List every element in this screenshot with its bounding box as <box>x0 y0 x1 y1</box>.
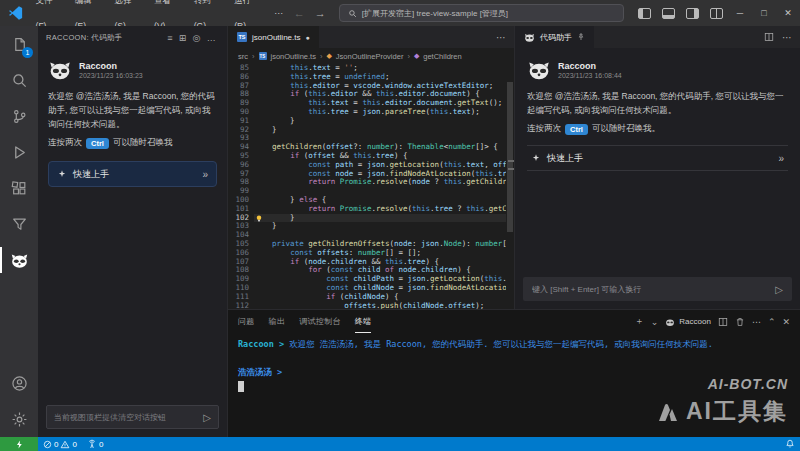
code-line[interactable]: } <box>254 214 506 223</box>
code-token: number <box>358 248 385 257</box>
terminal-body[interactable]: Raccoon > 欢迎您 浩浩汤汤, 我是 Raccoon, 您的代码助手. … <box>228 333 800 437</box>
sidebar-item-explorer[interactable]: 1 <box>0 26 38 62</box>
breadcrumb-method[interactable]: getChildren <box>423 52 461 61</box>
code-token: this <box>466 204 484 213</box>
toggle-panel-icon[interactable] <box>656 0 680 26</box>
terminal-instance[interactable]: Raccoon <box>665 317 711 327</box>
toggle-sidebar-icon[interactable] <box>632 0 656 26</box>
code-token: ? <box>453 204 467 213</box>
sidebar-item-extensions[interactable] <box>0 170 38 206</box>
sidebar-item-source-control[interactable] <box>0 98 38 134</box>
account-button[interactable] <box>0 365 38 401</box>
terminal-cursor-line <box>238 379 790 393</box>
sidebar-item-test-filter[interactable] <box>0 206 38 242</box>
code-line[interactable]: offsets.push(childNode.offset); <box>254 302 506 309</box>
filter-icon <box>11 216 28 233</box>
code-token: childPath <box>353 274 394 283</box>
notifications-button[interactable] <box>780 437 800 451</box>
code-token: json <box>367 160 385 169</box>
maximize-button[interactable]: □ <box>752 0 776 26</box>
code-line[interactable]: } <box>254 222 506 231</box>
minimize-button[interactable]: ─ <box>728 0 752 26</box>
search-icon <box>11 72 28 89</box>
code-lines[interactable]: this.text = ''; this.tree = undefined; t… <box>254 64 506 309</box>
assistant-inputbox[interactable]: ▷ <box>523 277 792 301</box>
code-token: getText <box>457 98 489 107</box>
pin-icon[interactable] <box>577 33 585 41</box>
remote-indicator[interactable] <box>0 437 38 451</box>
sidebar-item-raccoon[interactable] <box>0 242 38 278</box>
more-actions-icon[interactable]: … <box>204 33 219 43</box>
tab-jsonoutline[interactable]: TS jsonOutline.ts ● <box>228 26 320 48</box>
customize-layout-icon[interactable] <box>704 0 728 26</box>
tab-label: 代码助手 <box>540 32 572 43</box>
explorer-badge: 1 <box>22 47 33 58</box>
editor-tabbar: TS jsonOutline.ts ● ⋯ <box>228 26 514 48</box>
menu-overflow[interactable]: ⋯ <box>268 0 289 26</box>
assistant-chat-input[interactable] <box>532 285 769 294</box>
command-center-search[interactable]: [扩展开发宿主] tree-view-sample [管理员] <box>339 4 624 22</box>
code-token: this <box>353 151 371 160</box>
code-token: parseTree <box>385 107 426 116</box>
new-chat-icon[interactable]: ⊞ <box>176 33 190 43</box>
quick-start-label: 快速上手 <box>73 168 109 181</box>
hint-prefix: 连按两次 <box>527 123 561 135</box>
sidebar-chat-input[interactable] <box>54 413 198 422</box>
breadcrumb-file[interactable]: jsonOutline.ts <box>271 52 316 61</box>
ports-status[interactable]: 0 <box>82 437 108 451</box>
split-editor-icon[interactable] <box>764 32 774 42</box>
code-token: tree <box>376 151 394 160</box>
close-panel-icon[interactable]: ✕ <box>782 317 790 327</box>
send-icon[interactable]: ▷ <box>203 412 211 423</box>
tab-code-assistant[interactable]: 代码助手 <box>515 26 595 48</box>
problems-status[interactable]: 0 0 <box>38 437 82 451</box>
breadcrumb-class[interactable]: JsonOutlineProvider <box>336 52 404 61</box>
code-token: json <box>421 239 439 248</box>
more-actions-icon[interactable]: ⋯ <box>496 32 506 43</box>
nav-back-icon[interactable]: ← <box>289 7 310 19</box>
clear-chat-icon[interactable]: ≡ <box>164 33 176 43</box>
code-line[interactable]: } <box>254 117 506 126</box>
code-token <box>254 142 272 151</box>
more-actions-icon[interactable]: ⋯ <box>752 317 761 327</box>
breadcrumb[interactable]: src › TS jsonOutline.ts › ◆ JsonOutlineP… <box>228 48 514 64</box>
terminal-intro-line: Raccoon > 欢迎您 浩浩汤汤, 我是 Raccoon, 您的代码助手. … <box>238 337 790 351</box>
maximize-panel-icon[interactable]: ⌃ <box>768 317 776 327</box>
quick-start-button[interactable]: 快速上手 » <box>527 145 788 171</box>
tab-debug-console[interactable]: 调试控制台 <box>299 310 341 333</box>
more-actions-icon[interactable]: ⋯ <box>782 32 792 43</box>
terminal-dropdown-icon[interactable]: ⌄ <box>651 317 659 327</box>
tab-terminal[interactable]: 终端 <box>355 310 372 333</box>
editor-scrollbar[interactable] <box>506 64 514 309</box>
code-token: ) { <box>394 151 408 160</box>
terminal-intro-text: 欢迎您 浩浩汤汤, 我是 Raccoon, 您的代码助手. 您可以让我与您一起编… <box>284 339 713 349</box>
sidebar-item-run-debug[interactable] <box>0 134 38 170</box>
close-button[interactable]: ✕ <box>776 0 800 26</box>
quick-start-button[interactable]: 快速上手 » <box>48 161 217 187</box>
code-token: getChildrenOffsets <box>466 177 506 186</box>
code-token: number <box>367 142 394 151</box>
send-icon[interactable]: ▷ <box>775 284 783 295</box>
code-token: vscode <box>353 81 380 90</box>
split-terminal-icon[interactable] <box>718 317 728 327</box>
settings-button[interactable] <box>0 401 38 437</box>
code-line[interactable]: } <box>254 126 506 135</box>
trash-icon[interactable] <box>735 317 745 327</box>
new-terminal-icon[interactable]: ＋ <box>635 315 644 328</box>
toggle-secondary-sidebar-icon[interactable] <box>680 0 704 26</box>
code-editor[interactable]: 8586878889909192939495969798991001011021… <box>228 64 514 309</box>
tab-problems[interactable]: 问题 <box>238 310 255 333</box>
breadcrumb-src[interactable]: src <box>238 52 248 61</box>
tab-output[interactable]: 输出 <box>269 310 286 333</box>
dirty-dot-icon[interactable]: ● <box>305 34 309 41</box>
scrollbar-thumb[interactable] <box>507 82 513 232</box>
nav-forward-icon[interactable]: → <box>310 7 331 19</box>
code-token: '' <box>344 64 353 72</box>
sidebar-item-search[interactable] <box>0 62 38 98</box>
sidebar-chat-inputbox[interactable]: ▷ <box>46 405 219 429</box>
code-line[interactable]: return Promise.resolve(node ? this.getCh… <box>254 178 506 187</box>
code-token: document <box>417 98 453 107</box>
code-token: const <box>290 248 313 257</box>
assistant-hint: 连按两次 Ctrl 可以随时召唤我。 <box>527 123 788 135</box>
settings-circle-icon[interactable]: ◎ <box>190 33 204 43</box>
